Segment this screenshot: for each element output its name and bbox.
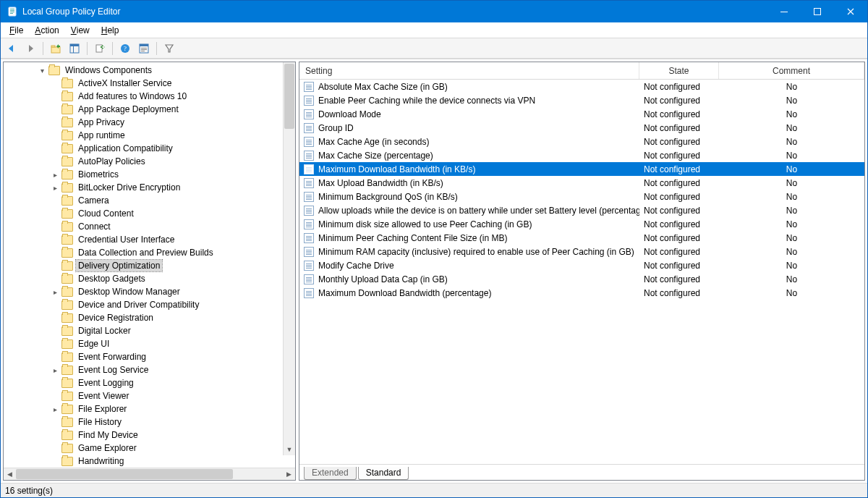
menu-file[interactable]: File (4, 24, 29, 37)
chevron-right-icon[interactable]: ▸ (50, 287, 60, 297)
tree-node[interactable]: File History (4, 415, 295, 429)
tree-node[interactable]: Credential User Interface (4, 233, 295, 246)
toolbar: ? (1, 38, 867, 59)
tree-node[interactable]: Event Logging (4, 376, 295, 389)
column-header-comment[interactable]: Comment (719, 62, 864, 79)
policy-icon (304, 288, 314, 298)
settings-row[interactable]: Minimum Background QoS (in KB/s)Not conf… (299, 190, 864, 203)
settings-row[interactable]: Monthly Upload Data Cap (in GB)Not confi… (299, 272, 864, 286)
tree-node[interactable]: Device and Driver Compatibility (4, 298, 295, 311)
settings-row[interactable]: Absolute Max Cache Size (in GB)Not confi… (299, 80, 864, 93)
folder-icon (61, 379, 73, 388)
scroll-down-icon[interactable]: ▼ (284, 443, 295, 455)
setting-state: Not configured (644, 192, 700, 202)
setting-state: Not configured (644, 261, 700, 271)
tree-horizontal-scrollbar[interactable]: ◀ ▶ (4, 468, 295, 480)
tree-twisty-empty (50, 261, 60, 271)
tree-node[interactable]: App Package Deployment (4, 103, 295, 116)
tree-node[interactable]: ▸BitLocker Drive Encryption (4, 181, 295, 194)
scroll-right-icon[interactable]: ▶ (283, 468, 295, 480)
toolbar-separator (87, 42, 88, 55)
tree-node[interactable]: Cloud Content (4, 207, 295, 220)
tree-node[interactable]: ▸File Explorer (4, 402, 295, 415)
settings-row[interactable]: Enable Peer Caching while the device con… (299, 93, 864, 107)
settings-row[interactable]: Modify Cache DriveNot configuredNo (299, 258, 864, 272)
settings-row[interactable]: Maximum Download Bandwidth (in KB/s)Not … (299, 162, 864, 176)
tree-node[interactable]: ▸Event Log Service (4, 363, 295, 376)
help-button[interactable]: ? (117, 41, 133, 56)
svg-rect-3 (10, 12, 14, 12)
tab-extended[interactable]: Extended (304, 467, 357, 480)
scroll-left-icon[interactable]: ◀ (4, 468, 16, 480)
settings-row[interactable]: Max Cache Age (in seconds)Not configured… (299, 135, 864, 148)
chevron-right-icon[interactable]: ▸ (50, 365, 60, 375)
tree-node[interactable]: Digital Locker (4, 324, 295, 337)
minimize-button[interactable] (767, 1, 801, 22)
chevron-right-icon[interactable]: ▸ (50, 404, 60, 414)
folder-icon (61, 366, 73, 375)
list-header: Setting State Comment (299, 62, 864, 80)
tree-node[interactable]: App Privacy (4, 116, 295, 129)
menu-view[interactable]: View (65, 24, 95, 37)
tree-node[interactable]: Device Registration (4, 311, 295, 324)
tab-standard[interactable]: Standard (358, 467, 409, 480)
tree-node[interactable]: App runtime (4, 129, 295, 142)
settings-row[interactable]: Allow uploads while the device is on bat… (299, 203, 864, 217)
filter-button[interactable] (161, 41, 177, 56)
tree-node[interactable]: Desktop Gadgets (4, 272, 295, 285)
tree-node[interactable]: Application Compatibility (4, 142, 295, 155)
menu-action[interactable]: Action (29, 24, 64, 37)
back-button[interactable] (4, 41, 20, 56)
close-button[interactable] (834, 1, 867, 22)
view-tabs: Extended Standard (299, 464, 864, 480)
tree-node-root[interactable]: ▾Windows Components (4, 64, 295, 77)
column-header-state[interactable]: State (639, 62, 719, 79)
tree-node[interactable]: Connect (4, 220, 295, 233)
settings-row[interactable]: Max Cache Size (percentage)Not configure… (299, 148, 864, 162)
export-list-button[interactable] (92, 41, 108, 56)
settings-row[interactable]: Group IDNot configuredNo (299, 121, 864, 135)
tree-node[interactable]: Find My Device (4, 429, 295, 442)
tree-node[interactable]: AutoPlay Policies (4, 155, 295, 168)
tree-node[interactable]: Add features to Windows 10 (4, 90, 295, 103)
tree-node[interactable]: Handwriting (4, 455, 295, 468)
tree-node[interactable]: Camera (4, 194, 295, 207)
tree-node[interactable]: ActiveX Installer Service (4, 77, 295, 90)
properties-button[interactable] (136, 41, 152, 56)
settings-row[interactable]: Download ModeNot configuredNo (299, 107, 864, 121)
settings-row[interactable]: Minimum disk size allowed to use Peer Ca… (299, 217, 864, 231)
tree-node[interactable]: Data Collection and Preview Builds (4, 246, 295, 259)
svg-rect-6 (814, 9, 821, 15)
setting-state: Not configured (644, 123, 700, 133)
tree-node[interactable]: Edge UI (4, 337, 295, 350)
tree-node[interactable]: ▸Desktop Window Manager (4, 285, 295, 298)
settings-row[interactable]: Maximum Download Bandwidth (percentage)N… (299, 286, 864, 300)
console-tree[interactable]: ▾Windows ComponentsActiveX Installer Ser… (4, 62, 295, 468)
svg-rect-18 (141, 49, 147, 50)
setting-name: Enable Peer Caching while the device con… (318, 96, 535, 106)
settings-row[interactable]: Minimum Peer Caching Content File Size (… (299, 231, 864, 245)
settings-list[interactable]: Absolute Max Cache Size (in GB)Not confi… (299, 80, 864, 300)
scroll-thumb[interactable] (284, 64, 294, 129)
maximize-button[interactable] (801, 1, 834, 22)
settings-row[interactable]: Max Upload Bandwidth (in KB/s)Not config… (299, 176, 864, 190)
tree-vertical-scrollbar[interactable]: ▲ ▼ (283, 62, 295, 455)
up-one-level-button[interactable] (48, 41, 64, 56)
column-header-setting[interactable]: Setting (299, 62, 639, 79)
app-icon (7, 6, 18, 17)
menu-help[interactable]: Help (95, 24, 125, 37)
chevron-right-icon[interactable]: ▸ (50, 182, 60, 193)
tree-node[interactable]: Event Viewer (4, 389, 295, 402)
tree-node-label: Event Logging (78, 378, 134, 388)
tree-node[interactable]: Event Forwarding (4, 350, 295, 363)
settings-row[interactable]: Minimum RAM capacity (inclusive) require… (299, 245, 864, 258)
setting-name: Group ID (318, 123, 354, 133)
chevron-right-icon[interactable]: ▸ (50, 169, 60, 180)
tree-node[interactable]: ▸Biometrics (4, 168, 295, 181)
forward-button[interactable] (22, 41, 38, 56)
scroll-thumb[interactable] (16, 469, 233, 479)
show-hide-tree-button[interactable] (67, 41, 82, 56)
chevron-down-icon[interactable]: ▾ (37, 65, 47, 75)
tree-node[interactable]: Delivery Optimization (4, 259, 295, 272)
tree-node[interactable]: Game Explorer (4, 442, 295, 455)
